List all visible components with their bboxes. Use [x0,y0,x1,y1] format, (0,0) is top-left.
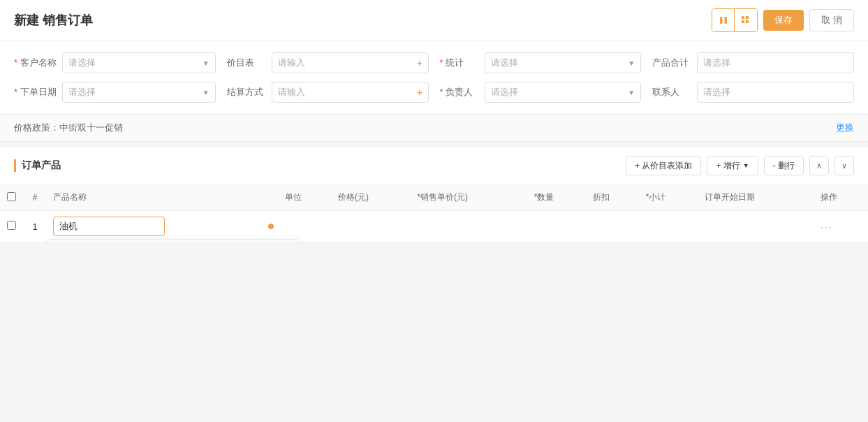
th-number: # [22,184,47,211]
order-date-label: 下单日期 [14,86,57,99]
td-quantity [529,211,587,242]
payment-label: 结算方式 [227,86,266,99]
th-quantity: *数量 [529,184,587,211]
chevron-down-icon: ▼ [203,59,209,67]
product-dropdown: 产品编号 产品名称 THLC200P 油机自带40度 THLC400P 油机自带 [47,239,299,242]
order-date-select[interactable]: 请选择 ▼ [62,82,216,103]
view-toggle-group [712,8,758,32]
subtotal-field: 统计 请选择 ▼ [440,52,642,73]
plus-icon: + [417,87,422,98]
price-table-label: 价目表 [227,57,266,69]
payment-input[interactable]: 请输入 + [272,82,429,103]
table-row: 1 产品编号 产品名称 THLC200P [0,211,868,242]
product-total-field: 产品合计 请选择 [652,52,854,73]
add-row-button[interactable]: + 增行 ▼ [707,156,758,175]
pause-icon-button[interactable] [712,9,735,31]
th-ops: 操作 [815,184,868,211]
td-price [332,211,411,242]
th-product-name: 产品名称 [47,184,279,211]
td-number: 1 [22,211,47,242]
svg-rect-0 [720,17,723,24]
form-row-1: 客户名称 请选择 ▼ 价目表 请输入 + 统计 请选择 ▼ 产品合计 [14,52,854,73]
product-total-select[interactable]: 请选择 [697,52,854,73]
responsible-field: 负责人 请选择 ▼ [440,82,642,103]
td-start-date [699,211,815,242]
customer-field: 客户名称 请选择 ▼ [14,52,216,73]
svg-rect-1 [724,17,727,24]
form-row-2: 下单日期 请选择 ▼ 结算方式 请输入 + 负责人 请选择 ▼ 联系人 [14,82,854,103]
contact-label: 联系人 [652,86,691,99]
payment-field: 结算方式 请输入 + [227,82,429,103]
select-all-checkbox[interactable] [7,192,16,201]
th-start-date: 订单开始日期 [699,184,815,211]
cancel-button[interactable]: 取 消 [809,9,854,31]
order-products-section: 订单产品 + 从价目表添加 + 增行 ▼ - 删行 ∧ ∨ # 产品名称 单位 [0,147,868,242]
td-subtotal [640,211,699,242]
order-actions: + 从价目表添加 + 增行 ▼ - 删行 ∧ ∨ [626,156,854,175]
th-sale-price: *销售单价(元) [411,184,529,211]
td-sale-price [411,211,529,242]
th-checkbox [0,184,22,211]
contact-select[interactable]: 请选择 [697,82,854,103]
th-discount: 折扣 [587,184,640,211]
policy-change-button[interactable]: 更换 [836,122,854,134]
th-unit: 单位 [279,184,332,211]
svg-rect-4 [742,20,744,23]
order-date-field: 下单日期 请选择 ▼ [14,82,216,103]
svg-rect-3 [746,16,749,19]
table-header-row: # 产品名称 单位 价格(元) *销售单价(元) *数量 折扣 *小计 订单开始… [0,184,868,211]
chevron-down-icon: ▼ [628,59,635,67]
td-checkbox [0,211,22,242]
products-table-wrap: # 产品名称 单位 价格(元) *销售单价(元) *数量 折扣 *小计 订单开始… [0,184,868,242]
subtotal-select[interactable]: 请选择 ▼ [485,52,642,73]
customer-label: 客户名称 [14,57,57,69]
contact-field: 联系人 请选择 [652,82,854,103]
responsible-label: 负责人 [440,86,479,99]
svg-rect-5 [746,20,749,23]
td-ops[interactable]: ··· [815,211,868,242]
products-table: # 产品名称 单位 价格(元) *销售单价(元) *数量 折扣 *小计 订单开始… [0,184,868,242]
header-actions: 保存 取 消 [712,8,854,32]
customer-select[interactable]: 请选择 ▼ [62,52,216,73]
policy-text: 价格政策：中街双十一促销 [14,122,123,134]
chevron-down-icon: ▼ [203,89,209,96]
svg-rect-2 [742,16,744,19]
order-products-title: 订单产品 [14,159,61,172]
page-header: 新建 销售订单 保存 取 消 [0,0,868,41]
page-title: 新建 销售订单 [14,12,93,29]
product-name-input[interactable] [53,217,165,236]
move-up-button[interactable]: ∧ [809,156,829,175]
policy-section: 价格政策：中街双十一促销 更换 [0,115,868,142]
chevron-down-icon: ▼ [743,162,749,169]
price-table-input[interactable]: 请输入 + [272,52,429,73]
chevron-down-icon: ▼ [628,89,635,96]
del-row-button[interactable]: - 删行 [764,156,804,175]
td-discount [587,211,640,242]
input-active-dot [268,224,274,229]
td-product-name: 产品编号 产品名称 THLC200P 油机自带40度 THLC400P 油机自带 [47,211,279,242]
row-checkbox[interactable] [7,221,16,230]
responsible-select[interactable]: 请选择 ▼ [485,82,642,103]
price-table-field: 价目表 请输入 + [227,52,429,73]
th-price: 价格(元) [332,184,411,211]
dropdown-header: 产品编号 产品名称 [48,240,298,242]
save-button[interactable]: 保存 [763,10,804,31]
add-from-price-button[interactable]: + 从价目表添加 [626,156,701,175]
subtotal-label: 统计 [440,57,479,69]
plus-icon: + [417,58,422,68]
form-section: 客户名称 请选择 ▼ 价目表 请输入 + 统计 请选择 ▼ 产品合计 [0,41,868,115]
product-total-label: 产品合计 [652,57,691,69]
th-subtotal: *小计 [640,184,699,211]
td-unit [279,211,332,242]
move-down-button[interactable]: ∨ [834,156,854,175]
order-products-header: 订单产品 + 从价目表添加 + 增行 ▼ - 删行 ∧ ∨ [0,147,868,184]
grid-icon-button[interactable] [735,9,757,31]
